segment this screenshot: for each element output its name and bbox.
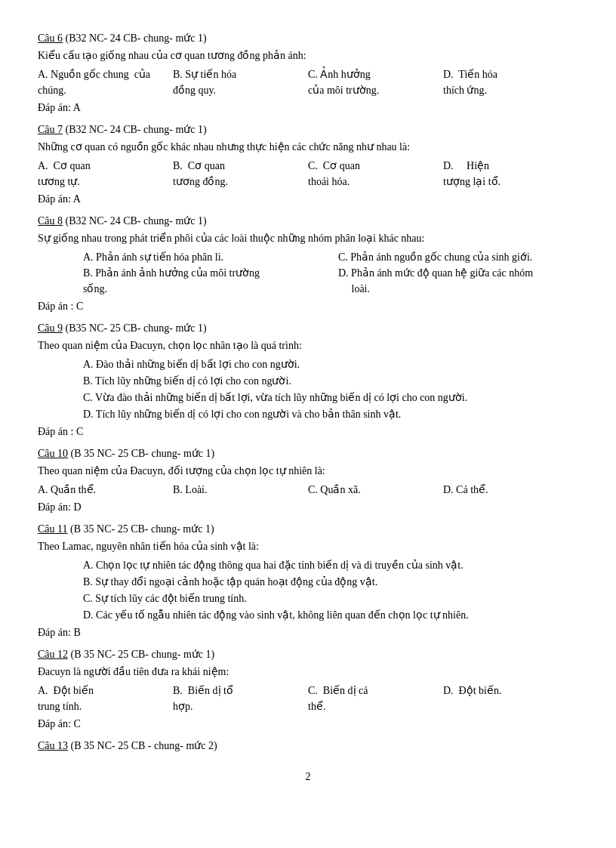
q6-desc: Kiểu cấu tạo giống nhau của cơ quan tươn… bbox=[38, 48, 578, 63]
q11-opt-a: A. Chọn lọc tự nhiên tác động thông qua … bbox=[83, 557, 578, 573]
q8-header: Câu 8 bbox=[38, 215, 63, 227]
q6-title: Câu 6 (B32 NC- 24 CB- chung- mức 1) bbox=[38, 30, 578, 46]
q8-opt-a: A. Phản ánh sự tiến hóa phân li. bbox=[83, 249, 323, 265]
q8-options: A. Phản ánh sự tiến hóa phân li. B. Phản… bbox=[83, 249, 578, 297]
q10-opt-b: B. Loài. bbox=[173, 482, 308, 498]
q8-opts-left: A. Phản ánh sự tiến hóa phân li. B. Phản… bbox=[83, 249, 338, 297]
q13-title: Câu 13 (B 35 NC- 25 CB - chung- mức 2) bbox=[38, 738, 578, 754]
q12-title: Câu 12 (B 35 NC- 25 CB- chung- mức 1) bbox=[38, 646, 578, 662]
q8-title: Câu 8 (B32 NC- 24 CB- chung- mức 1) bbox=[38, 213, 578, 229]
question-7: Câu 7 (B32 NC- 24 CB- chung- mức 1) Nhữn… bbox=[38, 122, 578, 207]
q8-answer: Đáp án : C bbox=[38, 298, 578, 314]
q8-meta: (B32 NC- 24 CB- chung- mức 1) bbox=[66, 215, 207, 227]
q8-opt-c: C. Phản ánh nguồn gốc chung của sinh giớ… bbox=[338, 249, 578, 265]
q11-answer: Đáp án: B bbox=[38, 624, 578, 640]
q9-header: Câu 9 bbox=[38, 322, 63, 334]
q12-meta: (B 35 NC- 25 CB- chung- mức 1) bbox=[71, 649, 215, 660]
q6-answer: Đáp án: A bbox=[38, 100, 578, 116]
q11-opt-b: B. Sự thay đổi ngoại cảnh hoặc tập quán … bbox=[83, 574, 578, 590]
q6-meta: (B32 NC- 24 CB- chung- mức 1) bbox=[66, 32, 207, 44]
q6-opt-d: D. Tiến hóathích ứng. bbox=[443, 66, 578, 98]
q10-header: Câu 10 bbox=[38, 448, 68, 459]
q9-options: A. Đào thải những biến dị bất lợi cho co… bbox=[83, 356, 578, 422]
q6-opt-c: C. Ảnh hưởngcủa môi trường. bbox=[308, 66, 443, 98]
q7-answer: Đáp án: A bbox=[38, 191, 578, 207]
question-8: Câu 8 (B32 NC- 24 CB- chung- mức 1) Sự g… bbox=[38, 213, 578, 314]
q12-opt-a: A. Đột biếntrung tính. bbox=[38, 683, 173, 714]
q10-opt-d: D. Cá thể. bbox=[443, 482, 578, 498]
q7-header: Câu 7 bbox=[38, 124, 63, 135]
q11-opt-c: C. Sự tích lũy các đột biến trung tính. bbox=[83, 591, 578, 606]
q12-desc: Đacuyn là người đầu tiên đưa ra khái niệ… bbox=[38, 664, 578, 680]
question-9: Câu 9 (B35 NC- 25 CB- chung- mức 1) Theo… bbox=[38, 320, 578, 439]
q6-opt-b: B. Sự tiến hóađồng quy. bbox=[173, 66, 308, 98]
question-6: Câu 6 (B32 NC- 24 CB- chung- mức 1) Kiểu… bbox=[38, 30, 578, 116]
q7-title: Câu 7 (B32 NC- 24 CB- chung- mức 1) bbox=[38, 122, 578, 137]
q12-opt-c: C. Biến dị cáthể. bbox=[308, 683, 443, 714]
q9-answer: Đáp án : C bbox=[38, 424, 578, 439]
q7-opt-b: B. Cơ quantương đồng. bbox=[173, 158, 308, 190]
q10-title: Câu 10 (B 35 NC- 25 CB- chung- mức 1) bbox=[38, 446, 578, 461]
q6-options: A. Nguồn gốc chung của chúng. B. Sự tiến… bbox=[38, 66, 578, 98]
q12-opt-d: D. Đột biến. bbox=[443, 683, 578, 714]
q10-opt-a: A. Quần thể. bbox=[38, 482, 173, 498]
q12-opt-b: B. Biến dị tổhợp. bbox=[173, 683, 308, 714]
question-13: Câu 13 (B 35 NC- 25 CB - chung- mức 2) bbox=[38, 738, 578, 754]
q6-opt-a: A. Nguồn gốc chung của chúng. bbox=[38, 66, 173, 98]
q9-meta: (B35 NC- 25 CB- chung- mức 1) bbox=[66, 322, 207, 334]
question-12: Câu 12 (B 35 NC- 25 CB- chung- mức 1) Đa… bbox=[38, 646, 578, 732]
q7-desc: Những cơ quan có nguồn gốc khác nhau như… bbox=[38, 139, 578, 155]
q9-opt-c: C. Vừa đào thải những biến dị bất lợi, v… bbox=[83, 390, 578, 405]
q9-title: Câu 9 (B35 NC- 25 CB- chung- mức 1) bbox=[38, 320, 578, 336]
q11-title: Câu 11 (B 35 NC- 25 CB- chung- mức 1) bbox=[38, 521, 578, 537]
q13-meta: (B 35 NC- 25 CB - chung- mức 2) bbox=[71, 740, 217, 751]
q8-desc: Sự giống nhau trong phát triển phôi của … bbox=[38, 230, 578, 246]
q12-answer: Đáp án: C bbox=[38, 716, 578, 732]
q7-opt-d: D. Hiệntượng lại tổ. bbox=[443, 158, 578, 190]
q9-desc: Theo quan niệm của Đacuyn, chọn lọc nhân… bbox=[38, 338, 578, 353]
q7-opt-a: A. Cơ quantương tự. bbox=[38, 158, 173, 190]
q9-opt-a: A. Đào thải những biến dị bất lợi cho co… bbox=[83, 356, 578, 372]
q6-header: Câu 6 bbox=[38, 32, 63, 44]
q9-opt-d: D. Tích lũy những biến dị có lợi cho con… bbox=[83, 406, 578, 422]
q10-answer: Đáp án: D bbox=[38, 499, 578, 515]
question-11: Câu 11 (B 35 NC- 25 CB- chung- mức 1) Th… bbox=[38, 521, 578, 640]
page-content: Câu 6 (B32 NC- 24 CB- chung- mức 1) Kiểu… bbox=[38, 30, 578, 785]
q11-options: A. Chọn lọc tự nhiên tác động thông qua … bbox=[83, 557, 578, 623]
q7-options: A. Cơ quantương tự. B. Cơ quantương đồng… bbox=[38, 158, 578, 190]
q10-meta: (B 35 NC- 25 CB- chung- mức 1) bbox=[71, 448, 215, 459]
q8-opt-d: D. Phản ánh mức độ quan hệ giữa các nhóm… bbox=[338, 265, 578, 297]
q12-options: A. Đột biếntrung tính. B. Biến dị tổhợp.… bbox=[38, 683, 578, 714]
q11-header: Câu 11 bbox=[38, 523, 68, 535]
q7-opt-c: C. Cơ quanthoái hóa. bbox=[308, 158, 443, 190]
q13-header: Câu 13 bbox=[38, 740, 68, 751]
q7-meta: (B32 NC- 24 CB- chung- mức 1) bbox=[66, 124, 207, 135]
q10-desc: Theo quan niệm của Đacuyn, đối tượng của… bbox=[38, 463, 578, 479]
q8-opts-right: C. Phản ánh nguồn gốc chung của sinh giớ… bbox=[338, 249, 578, 297]
q9-opt-b: B. Tích lũy những biến dị có lợi cho con… bbox=[83, 373, 578, 389]
q8-opt-b: B. Phản ánh ảnh hưởng của môi trườngsống… bbox=[83, 265, 323, 297]
q12-header: Câu 12 bbox=[38, 649, 68, 660]
q11-desc: Theo Lamac, nguyên nhân tiến hóa của sin… bbox=[38, 538, 578, 554]
q11-opt-d: D. Các yếu tố ngẫu nhiên tác động vào si… bbox=[83, 607, 578, 623]
page-number: 2 bbox=[38, 769, 578, 785]
question-10: Câu 10 (B 35 NC- 25 CB- chung- mức 1) Th… bbox=[38, 446, 578, 515]
q11-meta: (B 35 NC- 25 CB- chung- mức 1) bbox=[70, 523, 214, 535]
q10-options: A. Quần thể. B. Loài. C. Quần xã. D. Cá … bbox=[38, 482, 578, 498]
q10-opt-c: C. Quần xã. bbox=[308, 482, 443, 498]
